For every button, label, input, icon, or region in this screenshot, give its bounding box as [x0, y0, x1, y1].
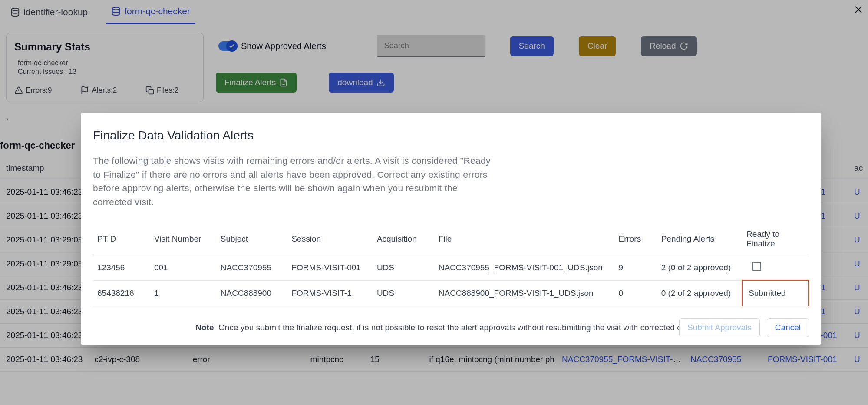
ready-checkbox[interactable]	[752, 262, 761, 271]
col-visit-number[interactable]: Visit Number	[150, 223, 216, 255]
col-errors[interactable]: Errors	[614, 223, 657, 255]
submit-approvals-button[interactable]: Submit Approvals	[679, 318, 760, 337]
modal-description: The following table shows visits with re…	[93, 154, 492, 209]
col-file[interactable]: File	[434, 223, 614, 255]
col-acquisition[interactable]: Acquisition	[373, 223, 434, 255]
finalize-table: PTID Visit Number Subject Session Acquis…	[93, 223, 809, 306]
cancel-button[interactable]: Cancel	[767, 318, 809, 337]
col-ready-to-finalize[interactable]: Ready to Finalize	[742, 223, 809, 255]
col-session[interactable]: Session	[287, 223, 372, 255]
modal-title: Finalize Data Validation Alerts	[93, 129, 809, 143]
ready-status-submitted: Submitted	[742, 280, 809, 306]
col-subject[interactable]: Subject	[216, 223, 287, 255]
table-row: 123456001NACC370955FORMS-VISIT-001UDSNAC…	[93, 255, 809, 281]
finalize-alerts-modal: Finalize Data Validation Alerts The foll…	[81, 113, 821, 345]
col-ptid[interactable]: PTID	[93, 223, 150, 255]
col-pending-alerts[interactable]: Pending Alerts	[657, 223, 742, 255]
table-row: 654382161NACC888900FORMS-VISIT-1UDSNACC8…	[93, 280, 809, 306]
modal-note: Note: Once you submit the finalize reque…	[195, 323, 706, 332]
